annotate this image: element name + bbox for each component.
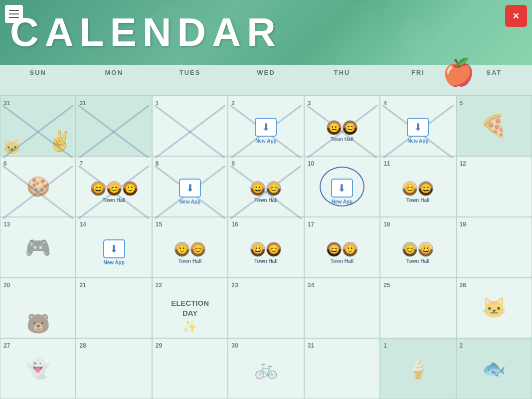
ghost-doodle: 👻 <box>26 358 50 380</box>
cell-20: 20 🐻 <box>0 278 76 339</box>
svg-line-4 <box>155 105 225 159</box>
cell-1: 1 <box>152 96 228 157</box>
download-icon: ⬇ <box>103 239 125 258</box>
town-hall-event-9[interactable]: 😀 😊 Town Hall <box>231 168 300 215</box>
cat2-doodle: 🐱 <box>482 296 507 320</box>
cell-15: 15 🙂 😊 Town Hall <box>152 217 228 278</box>
avatar: 😀 <box>418 242 433 257</box>
town-hall-event-16[interactable]: 😀 😊 Town Hall <box>231 228 300 276</box>
apple-decoration: 🍎 <box>442 57 475 88</box>
cell-2-sat-outer: 2 🐟 <box>456 338 532 399</box>
cell-29: 29 <box>152 338 228 399</box>
cell-30: 30 🚲 <box>228 338 304 399</box>
election-day-label: ELECTIONDAY <box>171 298 209 318</box>
avatar-group: 🙂 😊 <box>175 242 205 257</box>
avatar-group: 😊 😄 <box>402 181 433 196</box>
download-icon: ⬇ <box>179 179 201 198</box>
cell-24: 24 <box>304 278 380 339</box>
cell-13: 13 🎮 <box>0 217 76 278</box>
new-app-event-2[interactable]: ⬇ New App <box>231 107 300 155</box>
cell-19: 19 <box>456 217 532 278</box>
avatar: 🙂 <box>123 181 138 196</box>
svg-line-3 <box>78 105 149 159</box>
cell-31-thu: 31 <box>304 338 380 399</box>
calendar-grid: SUN MON TUES WED THU FRI SAT 31 ✌️ 🐱 31 … <box>0 65 532 399</box>
avatar: 😊 <box>190 242 205 257</box>
cell-12: 12 <box>456 156 532 217</box>
new-app-event-14[interactable]: ⬇ New App <box>79 228 148 276</box>
avatar-group: 😐 😊 <box>327 120 357 135</box>
cell-16: 16 😀 😊 Town Hall <box>228 217 304 278</box>
avatar: 😊 <box>343 120 357 135</box>
cell-17: 17 😄 🙂 Town Hall <box>304 217 380 278</box>
cat-doodle2: 🐱 <box>2 138 21 156</box>
town-hall-event-18[interactable]: 😊 😀 Town Hall <box>383 228 452 276</box>
day-header-tues: TUES <box>152 65 228 96</box>
town-hall-event-17[interactable]: 😄 🙂 Town Hall <box>308 228 376 276</box>
avatar: 😄 <box>91 181 106 196</box>
avatar: 😊 <box>266 242 281 257</box>
cell-23: 23 <box>228 278 304 339</box>
town-hall-event-15[interactable]: 🙂 😊 Town Hall <box>156 228 224 276</box>
cell-2: 2 ⬇ New App <box>228 96 304 157</box>
day-header-thu: THU <box>304 65 380 96</box>
town-hall-event-11[interactable]: 😊 😄 Town Hall <box>383 168 452 215</box>
avatar: 😄 <box>327 242 342 257</box>
avatar: 😄 <box>418 181 433 196</box>
cell-31-sun: 31 ✌️ 🐱 <box>0 96 76 157</box>
cell-31-mon: 31 <box>76 96 152 157</box>
cell-14: 14 ⬇ New App <box>76 217 152 278</box>
new-app-event-10[interactable]: ⬇ New App <box>308 168 376 215</box>
avatar: 😊 <box>402 181 417 196</box>
avatar: 😊 <box>107 181 122 196</box>
new-app-event-4[interactable]: ⬇ New App <box>383 107 452 155</box>
cell-26: 26 🐱 <box>456 278 532 339</box>
bike-doodle: 🚲 <box>254 358 278 380</box>
download-icon: ⬇ <box>255 118 277 137</box>
avatar-group: 😀 😊 <box>250 242 281 257</box>
cookie-doodle: 🍪 <box>26 176 50 198</box>
star-doodle: ✨ <box>182 320 197 334</box>
header: CALENDAR × <box>0 0 532 65</box>
bear-doodle: 🐻 <box>26 313 50 335</box>
pizza-doodle: 🍕 <box>480 113 508 139</box>
avatar: 😀 <box>250 181 265 196</box>
avatar-group: 😊 😀 <box>402 242 433 257</box>
day-header-mon: MON <box>76 65 152 96</box>
cell-10-today: 10 ⬇ New App <box>304 156 380 217</box>
menu-button[interactable] <box>5 5 23 23</box>
cell-6: 6 🍪 <box>0 156 76 217</box>
cell-7: 7 😄 😊 🙂 Town Hall <box>76 156 152 217</box>
avatar: 🙂 <box>175 242 189 257</box>
cell-9: 9 😀 😊 Town Hall <box>228 156 304 217</box>
download-icon: ⬇ <box>407 118 429 137</box>
cell-27: 27 👻 <box>0 338 76 399</box>
avatar-group: 😄 🙂 <box>327 242 357 257</box>
cell-3: 3 😐 😊 Town Hall <box>304 96 380 157</box>
avatar: 🙂 <box>343 242 357 257</box>
cell-1-fri-outer: 1 🍦 <box>380 338 456 399</box>
page-title: CALENDAR <box>10 9 282 55</box>
avatar: 😐 <box>327 120 342 135</box>
cell-11: 11 😊 😄 Town Hall <box>380 156 456 217</box>
cell-4: 4 ⬇ New App <box>380 96 456 157</box>
cell-8: 8 ⬇ New App <box>152 156 228 217</box>
svg-line-2 <box>78 105 149 159</box>
peace-doodle: ✌️ <box>47 129 72 153</box>
cell-25: 25 <box>380 278 456 339</box>
cell-5-sat: 5 🍕 <box>456 96 532 157</box>
close-button[interactable]: × <box>505 5 527 27</box>
new-app-event-8[interactable]: ⬇ New App <box>156 168 224 215</box>
town-hall-event-7[interactable]: 😄 😊 🙂 Town Hall <box>79 168 148 215</box>
avatar: 😀 <box>250 242 265 257</box>
avatar-group: 😄 😊 🙂 <box>91 181 138 196</box>
avatar: 😊 <box>266 181 281 196</box>
avatar-group: 😀 😊 <box>250 181 281 196</box>
fish-doodle: 🐟 <box>482 358 506 380</box>
cell-22-election: 22 ✨ ELECTIONDAY <box>152 278 228 339</box>
town-hall-event-3[interactable]: 😐 😊 Town Hall <box>308 107 376 155</box>
cell-18: 18 😊 😀 Town Hall <box>380 217 456 278</box>
day-header-sun: SUN <box>0 65 76 96</box>
download-icon: ⬇ <box>331 179 353 198</box>
avatar: 😊 <box>402 242 417 257</box>
